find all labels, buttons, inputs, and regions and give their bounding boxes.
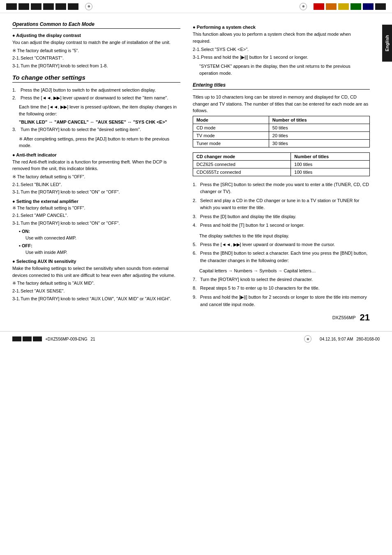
- et-step-6: 6.Press the [BND] button to select a cha…: [193, 250, 370, 264]
- et-step-4-num: 4.: [193, 222, 196, 229]
- axs-step-2-text: Turn the [ROTARY] knob to select "AUX LO…: [21, 296, 171, 301]
- et-step-8: 8.Repeat steps 5 to 7 to enter up to 10 …: [193, 285, 370, 292]
- ext-amp-note: The factory default setting is "OFF".: [12, 205, 180, 212]
- strip-block-end: [375, 3, 386, 10]
- et-step-8-num: 8.: [193, 285, 196, 292]
- t1r3-titles: 30 titles: [269, 139, 369, 147]
- adjusting-display-body: You can adjust the display contrast to m…: [12, 39, 180, 46]
- adjusting-display-note: The factory default setting is "5".: [12, 48, 180, 54]
- sc-step-1-num: 2-1.: [193, 46, 201, 53]
- table1-row-2: TV mode 20 titles: [193, 131, 370, 139]
- top-strip: ⊕ ⊕: [0, 0, 392, 13]
- at-step-1-text: Select "BLINK LED".: [21, 182, 62, 187]
- sys-check-title: ● Performing a system check: [193, 25, 370, 30]
- footer-doc-code: 280-8168-00: [356, 337, 380, 341]
- et-step-6a: Capital letters → Numbers → Symbols → Ca…: [193, 267, 370, 274]
- strip-block-4: [43, 3, 54, 10]
- adj-step-2-text: Turn the [ROTARY] knob to select from 1-…: [21, 63, 108, 68]
- english-tab: English: [382, 25, 392, 62]
- ea-step-1-num: 2-1.: [12, 212, 20, 219]
- adj-step-1-text: Select "CONTRAST".: [21, 55, 64, 60]
- et-step-7-num: 7.: [193, 276, 196, 283]
- entering-titles-steps: 1.Press the [SRC] button to select the m…: [193, 181, 370, 230]
- sc-step-2b: "SYSTEM CHK" appears in the display, the…: [193, 63, 370, 76]
- et-step-7: 7.Turn the [ROTARY] knob to select the d…: [193, 276, 370, 283]
- anti-theft-steps: 2-1.Select "BLINK LED". 3-1.Turn the [RO…: [12, 181, 180, 196]
- left-column: Operations Common to Each Mode ● Adjusti…: [12, 21, 189, 323]
- strip-block-5: [55, 3, 66, 10]
- ext-amp-sub: • ON: Use with connected AMP. • OFF: Use…: [12, 229, 180, 256]
- ea-step-1: 2-1.Select "AMP CANCEL".: [12, 212, 180, 219]
- on-label: • ON:: [19, 229, 180, 234]
- aux-sens-title: ● Selecting AUX IN sensitivity: [12, 259, 180, 264]
- aux-sens-steps: 2-1.Select "AUX SENSE". 3-1.Turn the [RO…: [12, 288, 180, 302]
- sys-check-steps: 2-1.Select "SYS CHK <E>". 3-1.Press and …: [193, 46, 370, 60]
- yellow-block: [338, 3, 349, 10]
- table2-row-2: CDC655Tz connected 100 titles: [193, 168, 370, 176]
- table2-header-titles: Number of titles: [291, 152, 370, 160]
- top-screw-left: ⊕: [85, 3, 92, 10]
- footer-doc-id: +DXZ556MP-009-ENG: [45, 337, 88, 341]
- t1r1-titles: 50 titles: [269, 124, 369, 131]
- table2-row-1: DCZ625 connected 100 titles: [193, 160, 370, 168]
- footer-left-blocks: [12, 336, 42, 341]
- table1-row-1: CD mode 50 titles: [193, 124, 370, 131]
- t2r1-mode: DCZ625 connected: [193, 160, 291, 168]
- cs-step-2-text: Press the [◄◄, ▶▶] lever upward or downw…: [21, 95, 168, 100]
- page-number: 21: [360, 312, 370, 323]
- ea-step-2-num: 3-1.: [12, 220, 20, 227]
- et-step-2-text: Select and play a CD in the CD changer o…: [200, 198, 359, 210]
- mode-table-1: Mode Number of titles CD mode 50 titles …: [193, 116, 370, 147]
- cs-step-3a-text: After completing settings, press the [AD…: [19, 136, 169, 148]
- sys-check-body: This function allows you to perform a sy…: [193, 31, 370, 44]
- cs-step-3: 3.Turn the [ROTARY] knob to select the "…: [12, 126, 180, 133]
- strip-right-blocks: ⊕: [288, 0, 392, 13]
- axs-step-1-text: Select "AUX SENSE".: [21, 288, 65, 293]
- sc-step-2: 3-1.Press and hold the [▶||] button for …: [193, 54, 370, 61]
- cs-step-1: 1.Press the [ADJ] button to switch to th…: [12, 87, 180, 94]
- cs-step-3a: ※ After completing settings, press the […: [12, 136, 180, 149]
- at-step-2: 3-1.Turn the [ROTARY] knob to select "ON…: [12, 189, 180, 196]
- et-step-6-num: 6.: [193, 250, 196, 257]
- at-step-2-text: Turn the [ROTARY] knob to select "ON" or…: [21, 189, 120, 194]
- anti-theft-title: ● Anti-theft indicator: [12, 152, 180, 157]
- et-step-8-text: Repeat steps 5 to 7 to enter up to 10 ch…: [200, 286, 319, 290]
- anti-theft-note: The factory default setting is "OFF".: [12, 174, 180, 180]
- strip-block-6: [68, 3, 78, 10]
- adj-step-2: 3-1.Turn the [ROTARY] knob to select fro…: [12, 62, 180, 69]
- t1r2-mode: TV mode: [193, 131, 269, 139]
- entering-titles-title: Entering titles: [193, 82, 370, 90]
- anti-theft-body: The red Anti-theft indicator is a functi…: [12, 159, 180, 172]
- ea-step-2-text: Turn the [ROTARY] knob to select "ON" or…: [21, 221, 120, 226]
- t2r1-titles: 100 titles: [291, 160, 370, 168]
- et-step-3-text: Press the [D] button and display the tit…: [200, 214, 296, 219]
- adj-step-1-num: 2-1.: [12, 55, 20, 62]
- aux-sens-note: The factory default setting is "AUX MID"…: [12, 280, 180, 287]
- et-step-1: 1.Press the [SRC] button to select the m…: [193, 181, 370, 196]
- t1r1-mode: CD mode: [193, 124, 269, 131]
- axs-step-1: 2-1.Select "AUX SENSE".: [12, 288, 180, 295]
- at-step-1-num: 2-1.: [12, 181, 20, 188]
- change-settings-title: To change other settings: [12, 74, 180, 83]
- entering-titles-body: Titles up to 10 characters long can be s…: [193, 94, 370, 114]
- strip-block-2: [18, 3, 29, 10]
- footer-block-1: [12, 336, 21, 341]
- strip-block-3: [31, 3, 42, 10]
- sc-step-1: 2-1.Select "SYS CHK <E>".: [193, 46, 370, 53]
- t2r2-titles: 100 titles: [291, 168, 370, 176]
- footer-right-area: ⊕ 04.12.16, 9:07 AM 280-8168-00: [299, 335, 380, 343]
- page-number-area: DXZ556MP 21: [193, 312, 370, 323]
- et-step-9: 9.Press and hold the [▶||] button for 2 …: [193, 294, 370, 308]
- top-screw-right: ⊕: [300, 3, 307, 10]
- footer-page-num: 21: [91, 337, 95, 341]
- cs-step-3-num: 3.: [12, 126, 16, 133]
- cs-step-1-text: Press the [ADJ] button to switch to the …: [21, 88, 156, 92]
- blue-block: [363, 3, 374, 10]
- sc-step-2-text: Press and hold the [▶||] button for 1 se…: [201, 55, 308, 60]
- table1-row-3: Tuner mode 30 titles: [193, 139, 370, 147]
- on-desc: Use with connected AMP.: [19, 235, 180, 242]
- t1r2-titles: 20 titles: [269, 131, 369, 139]
- axs-step-2-num: 3-1.: [12, 295, 20, 302]
- axs-step-2: 3-1.Turn the [ROTARY] knob to select "AU…: [12, 295, 180, 302]
- adj-step-1: 2-1.Select "CONTRAST".: [12, 55, 180, 62]
